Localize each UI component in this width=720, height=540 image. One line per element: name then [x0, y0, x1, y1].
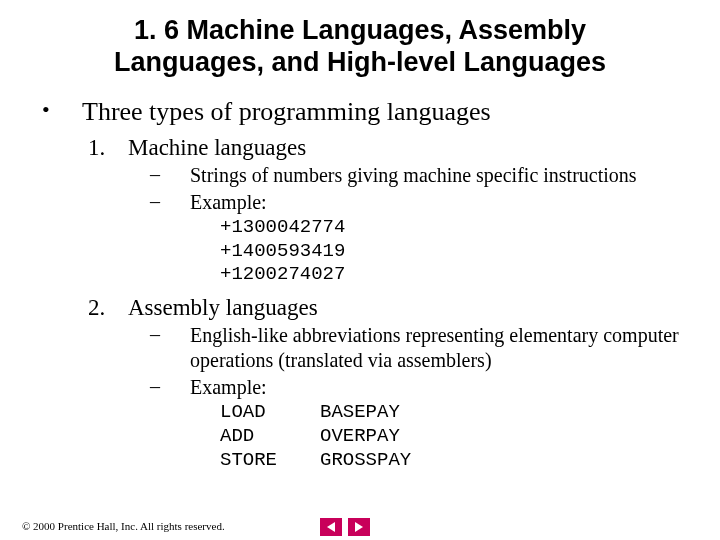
asm-arg: BASEPAY: [320, 401, 400, 425]
numbered-item-1: 1. Machine languages: [88, 135, 690, 161]
asm-line: ADD OVERPAY: [220, 425, 690, 449]
assembly-code-block: LOAD BASEPAY ADD OVERPAY STORE GROSSPAY: [220, 401, 690, 472]
footer: © 2000 Prentice Hall, Inc. All rights re…: [22, 520, 225, 532]
item-label: Machine languages: [128, 135, 306, 161]
dash-marker: –: [150, 190, 190, 213]
dash-marker: –: [150, 375, 190, 398]
code-line: +1200274027: [220, 263, 690, 287]
bullet-item: • Three types of programming languages: [42, 97, 690, 127]
slide: 1. 6 Machine Languages, Assembly Languag…: [0, 0, 720, 540]
machine-code-block: +1300042774 +1400593419 +1200274027: [220, 216, 690, 287]
asm-line: LOAD BASEPAY: [220, 401, 690, 425]
arrow-left-icon: [327, 522, 335, 532]
bullet-text: Three types of programming languages: [82, 97, 491, 127]
nav-buttons: [320, 518, 370, 536]
bullet-marker: •: [42, 97, 82, 123]
dash-item: – Example:: [150, 375, 690, 400]
asm-line: STORE GROSSPAY: [220, 449, 690, 473]
item-label: Assembly languages: [128, 295, 318, 321]
item-number: 1.: [88, 135, 128, 161]
dash-text: English-like abbreviations representing …: [190, 323, 690, 373]
code-line: +1300042774: [220, 216, 690, 240]
asm-op: LOAD: [220, 401, 320, 425]
numbered-item-2: 2. Assembly languages: [88, 295, 690, 321]
dash-text: Strings of numbers giving machine specif…: [190, 163, 690, 188]
asm-arg: OVERPAY: [320, 425, 400, 449]
asm-op: ADD: [220, 425, 320, 449]
code-line: +1400593419: [220, 240, 690, 264]
prev-button[interactable]: [320, 518, 342, 536]
dash-text: Example:: [190, 375, 690, 400]
copyright-symbol: ©: [22, 520, 30, 532]
item-number: 2.: [88, 295, 128, 321]
dash-item: – English-like abbreviations representin…: [150, 323, 690, 373]
footer-text: 2000 Prentice Hall, Inc. All rights rese…: [33, 520, 225, 532]
dash-text: Example:: [190, 190, 690, 215]
dash-marker: –: [150, 323, 190, 346]
dash-item: – Example:: [150, 190, 690, 215]
asm-arg: GROSSPAY: [320, 449, 411, 473]
arrow-right-icon: [355, 522, 363, 532]
dash-item: – Strings of numbers giving machine spec…: [150, 163, 690, 188]
asm-op: STORE: [220, 449, 320, 473]
slide-title: 1. 6 Machine Languages, Assembly Languag…: [70, 14, 650, 79]
dash-marker: –: [150, 163, 190, 186]
next-button[interactable]: [348, 518, 370, 536]
